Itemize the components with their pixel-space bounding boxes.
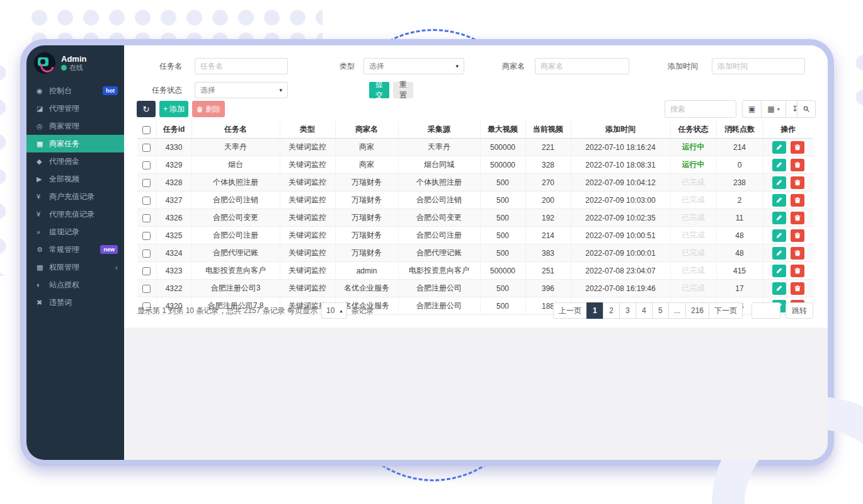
page-size-select[interactable]: 10 ▴	[321, 302, 347, 319]
table-row[interactable]: 4326 合肥公司变更 关键词监控 万瑞财务 合肥公司变更 500 192 20…	[137, 209, 813, 227]
row-checkbox[interactable]	[142, 267, 151, 275]
content-panel: 任务名 类型 选择 ▾ 商家名 添加时间 任务状态 选择 ▾ 提交 重置 ↻ +…	[124, 45, 828, 328]
delete-button[interactable]	[791, 247, 804, 260]
jump-page-input[interactable]	[752, 302, 780, 319]
submit-button[interactable]: 提交	[369, 82, 389, 98]
cell-source: 合肥公司注销	[398, 192, 480, 209]
row-checkbox[interactable]	[142, 197, 151, 205]
delete-button[interactable]	[791, 141, 804, 154]
cell-current-videos: 221	[525, 139, 571, 156]
row-checkbox[interactable]	[142, 214, 151, 222]
online-label: 在线	[69, 64, 83, 72]
table-row[interactable]: 4330 天率丹 关键词监控 商家 天率丹 500000 221 2022-07…	[137, 139, 813, 156]
sidebar-item-withdraw-records[interactable]: » 提现记录	[26, 223, 124, 241]
table-row[interactable]: 4324 合肥代理记账 关键词监控 万瑞财务 合肥代理记账 500 383 20…	[137, 244, 813, 262]
edit-button[interactable]	[772, 282, 786, 295]
page-button-p1[interactable]: 1	[586, 302, 603, 319]
table-row[interactable]: 4325 合肥公司注册 关键词监控 万瑞财务 合肥公司注册 500 214 20…	[137, 227, 813, 244]
col-points: 消耗点数	[716, 121, 763, 139]
edit-button[interactable]	[772, 141, 786, 154]
sidebar-item-permission-manage[interactable]: ▩ 权限管理 ‹	[26, 258, 124, 276]
page-button-p5[interactable]: 5	[652, 302, 669, 319]
bulk-delete-button[interactable]: 删除	[192, 101, 225, 117]
yen-icon: ¥	[37, 210, 49, 218]
delete-button[interactable]	[791, 282, 804, 295]
delete-button[interactable]	[791, 229, 804, 242]
row-checkbox[interactable]	[142, 179, 151, 187]
table-row[interactable]: 4322 合肥注册公司3 关键词监控 名优企业服务 合肥注册公司 500 396…	[137, 280, 813, 297]
reset-button[interactable]: 重置	[393, 82, 413, 98]
jump-button[interactable]: 跳转	[786, 302, 813, 319]
delete-button[interactable]	[791, 212, 804, 224]
task-name-input[interactable]	[195, 58, 288, 74]
sidebar-item-agent-recharge[interactable]: ¥ 代理充值记录	[26, 205, 124, 223]
card-view-icon: ▣	[748, 105, 755, 113]
sidebar-item-banned-words[interactable]: ✖ 违禁词	[26, 294, 124, 311]
cell-add-time: 2022-07-08 16:19:46	[571, 280, 670, 297]
page-button-next[interactable]: 下一页	[709, 302, 743, 319]
cell-current-videos: 214	[525, 227, 571, 244]
edit-button[interactable]	[772, 229, 786, 242]
search-button[interactable]	[797, 100, 816, 118]
columns-button[interactable]: ▦▾	[761, 100, 786, 118]
edit-button[interactable]	[772, 176, 786, 189]
add-time-input[interactable]	[712, 58, 805, 74]
page-button-p2[interactable]: 2	[603, 302, 620, 319]
table-row[interactable]: 4327 合肥公司注销 关键词监控 万瑞财务 合肥公司注销 500 200 20…	[137, 192, 813, 209]
pencil-icon	[776, 232, 782, 239]
edit-button[interactable]	[772, 247, 786, 260]
cell-points: 0	[716, 156, 763, 174]
sidebar-item-agent-manage[interactable]: ◪ 代理管理	[26, 100, 124, 117]
delete-button[interactable]	[791, 159, 804, 171]
page-button-p3[interactable]: 3	[619, 302, 636, 319]
merchant-input[interactable]	[535, 58, 629, 74]
task-status-select[interactable]: 选择 ▾	[195, 82, 288, 98]
cell-task-id: 4325	[156, 227, 191, 244]
select-all-checkbox[interactable]	[142, 126, 151, 134]
refresh-button[interactable]: ↻	[137, 101, 156, 117]
sidebar-item-general-manage[interactable]: ⚙ 常规管理 new	[26, 241, 124, 258]
table-search-input[interactable]	[665, 100, 736, 118]
edit-button[interactable]	[772, 159, 786, 171]
table-row[interactable]: 4329 烟台 关键词监控 商家 烟台同城 500000 328 2022-07…	[137, 156, 813, 174]
sidebar-item-merchant-recharge[interactable]: ¥ 商户充值记录	[26, 188, 124, 205]
user-status: 在线	[61, 64, 86, 72]
row-checkbox[interactable]	[142, 232, 151, 240]
delete-button[interactable]	[791, 194, 804, 207]
row-checkbox[interactable]	[142, 144, 151, 152]
users-icon: ▩	[37, 263, 49, 272]
tasks-table: 任务id 任务名 类型 商家名 采集源 最大视频 当前视频 添加时间 任务状态 …	[137, 121, 813, 315]
table-row[interactable]: 4328 个体执照注册 关键词监控 万瑞财务 个体执照注册 500 270 20…	[137, 174, 813, 192]
page-button-ellipsis[interactable]: ...	[668, 302, 686, 319]
type-select[interactable]: 选择 ▾	[363, 58, 464, 74]
page-button-prev[interactable]: 上一页	[553, 302, 587, 319]
sidebar-item-console[interactable]: ◉ 控制台 hot	[26, 82, 124, 100]
sidebar-item-agent-commission[interactable]: ◆ 代理佣金	[26, 152, 124, 170]
user-panel[interactable]: Admin 在线	[26, 45, 124, 81]
page-size-value: 10	[326, 306, 334, 315]
cell-current-videos: 251	[525, 262, 571, 280]
row-checkbox-cell	[137, 174, 156, 192]
cell-task-id: 4327	[156, 192, 191, 209]
row-checkbox-cell	[137, 262, 156, 280]
row-checkbox[interactable]	[142, 161, 151, 169]
delete-button[interactable]	[791, 176, 804, 189]
delete-button[interactable]	[791, 265, 804, 277]
cell-add-time: 2022-07-10 18:16:24	[571, 139, 670, 156]
chevron-left-icon: ‹	[115, 263, 118, 272]
cell-points: 2	[716, 192, 763, 209]
sidebar-item-site-auth[interactable]: ◐ 站点授权	[26, 276, 124, 294]
sidebar-item-merchant-task[interactable]: ▦ 商家任务	[26, 135, 124, 152]
add-button[interactable]: +添加	[159, 101, 188, 117]
sidebar-item-all-videos[interactable]: ▶ 全部视频	[26, 170, 124, 188]
sidebar-item-merchant-manage[interactable]: ◎ 商家管理	[26, 117, 124, 135]
page-button-p216[interactable]: 216	[685, 302, 709, 319]
edit-button[interactable]	[772, 194, 786, 207]
row-checkbox[interactable]	[142, 285, 151, 293]
table-row[interactable]: 4323 电影投资意向客户 关键词监控 admin 电影投资意向客户 50000…	[137, 262, 813, 280]
page-button-p4[interactable]: 4	[636, 302, 653, 319]
toggle-view-button[interactable]: ▣	[742, 100, 762, 118]
edit-button[interactable]	[772, 265, 786, 277]
edit-button[interactable]	[772, 212, 786, 224]
row-checkbox[interactable]	[142, 249, 151, 258]
